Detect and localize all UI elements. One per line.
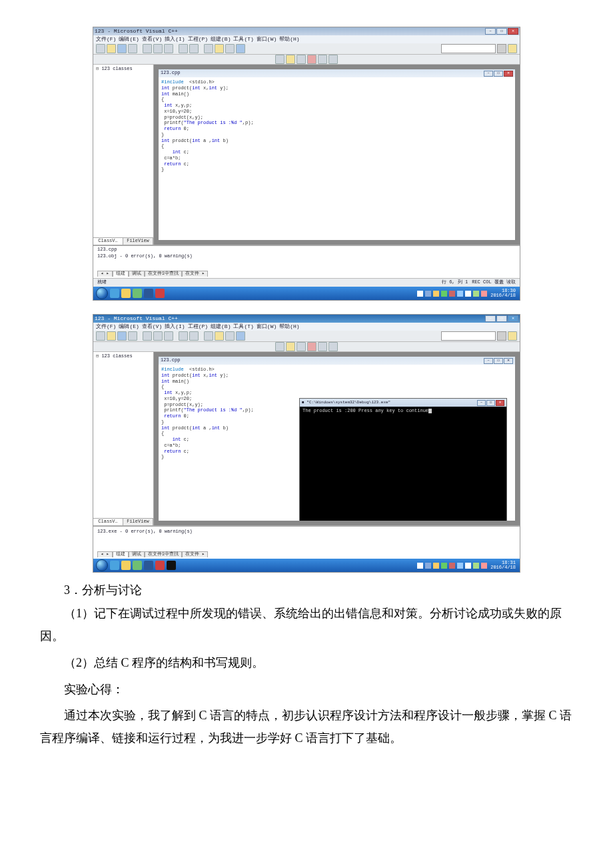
compile-icon[interactable] — [275, 55, 285, 64]
tab-build[interactable]: 组建 — [113, 551, 129, 557]
tab-fileview[interactable]: FileView — [123, 238, 153, 245]
help-icon[interactable] — [236, 44, 245, 53]
bookmark-icon[interactable] — [215, 331, 224, 341]
menu-window[interactable]: 窗口(W) — [257, 324, 277, 330]
find-icon[interactable] — [204, 44, 213, 53]
menu-edit[interactable]: 编辑(E) — [119, 37, 139, 43]
tab-classview[interactable]: ClassV… — [93, 238, 123, 245]
class-tree[interactable]: 123 classes — [93, 65, 153, 237]
taskbar-clock[interactable]: 18:30 2016/4/18 — [489, 289, 517, 298]
help-icon[interactable] — [236, 331, 245, 341]
settings-icon[interactable] — [225, 331, 235, 341]
save-icon[interactable] — [117, 331, 127, 341]
new-icon[interactable] — [96, 331, 105, 341]
tray-icon[interactable] — [465, 291, 471, 297]
build-icon[interactable] — [286, 342, 295, 351]
start-orb-icon[interactable] — [96, 287, 108, 299]
menu-edit[interactable]: 编辑(E) — [119, 324, 139, 330]
minimize-button[interactable]: – — [485, 28, 496, 35]
bookmark-icon[interactable] — [215, 44, 224, 53]
editor-close-icon[interactable]: ✕ — [504, 71, 513, 77]
menu-build[interactable]: 组建(B) — [211, 324, 231, 330]
tray-icon[interactable] — [433, 291, 439, 297]
tray-icon[interactable] — [457, 563, 463, 569]
task-console-icon[interactable] — [167, 561, 176, 570]
copy-icon[interactable] — [153, 44, 163, 53]
undo-icon[interactable] — [179, 44, 188, 53]
debug-icon[interactable] — [318, 342, 327, 351]
code-editor[interactable]: #include <stdio.h> int prodct(int x,int … — [159, 365, 515, 521]
paste-icon[interactable] — [164, 331, 173, 341]
tray-icon[interactable] — [441, 563, 447, 569]
tray-icon[interactable] — [425, 291, 431, 297]
task-app2-icon[interactable] — [155, 561, 165, 570]
config-dropdown[interactable] — [441, 44, 496, 53]
tray-icon[interactable] — [417, 563, 423, 569]
menu-tools[interactable]: 工具(T) — [233, 324, 253, 330]
tab-debug[interactable]: 调试 — [129, 551, 145, 557]
menu-project[interactable]: 工程(P) — [188, 37, 208, 43]
tab-find1[interactable]: 在文件1中查找 — [145, 271, 182, 277]
menu-view[interactable]: 查看(V) — [142, 324, 162, 330]
console-max-icon[interactable]: ☐ — [486, 400, 495, 406]
copy-icon[interactable] — [153, 331, 163, 341]
step-icon[interactable] — [328, 342, 338, 351]
dropdown-arrow-icon[interactable] — [497, 44, 506, 53]
close-button[interactable]: ✕ — [508, 28, 518, 35]
editor-close-icon[interactable]: ✕ — [504, 358, 513, 364]
tab-debug[interactable]: 调试 — [129, 271, 145, 277]
tray-icon[interactable] — [449, 563, 455, 569]
editor-max-icon[interactable]: ☐ — [494, 358, 503, 364]
close-button[interactable]: ✕ — [508, 315, 518, 322]
menu-help[interactable]: 帮助(H) — [279, 324, 299, 330]
paste-icon[interactable] — [164, 44, 173, 53]
tray-icon[interactable] — [433, 563, 439, 569]
class-tree[interactable]: 123 classes — [93, 352, 153, 518]
tray-icon[interactable] — [425, 563, 431, 569]
tab-find2[interactable]: 在文件 ▸ — [182, 551, 208, 557]
menu-file[interactable]: 文件(F) — [96, 37, 116, 43]
tray-icon[interactable] — [449, 291, 455, 297]
tree-root[interactable]: 123 classes — [96, 353, 133, 359]
menu-tools[interactable]: 工具(T) — [233, 37, 253, 43]
dropdown-arrow-icon[interactable] — [497, 331, 506, 341]
tray-icon[interactable] — [481, 291, 487, 297]
new-icon[interactable] — [96, 44, 105, 53]
console-min-icon[interactable]: – — [477, 400, 486, 406]
saveall-icon[interactable] — [128, 331, 137, 341]
menu-insert[interactable]: 插入(I) — [165, 324, 185, 330]
tray-icon[interactable] — [473, 563, 479, 569]
cut-icon[interactable] — [143, 44, 152, 53]
menu-insert[interactable]: 插入(I) — [165, 37, 185, 43]
maximize-button[interactable]: ☐ — [496, 28, 507, 35]
saveall-icon[interactable] — [128, 44, 137, 53]
tree-root[interactable]: 123 classes — [96, 66, 133, 71]
stop-icon[interactable] — [297, 342, 306, 351]
task-word-icon[interactable] — [144, 289, 153, 298]
undo-icon[interactable] — [179, 331, 188, 341]
menu-project[interactable]: 工程(P) — [188, 324, 208, 330]
editor-min-icon[interactable]: – — [484, 358, 493, 364]
debug-icon[interactable] — [318, 55, 327, 64]
task-explorer-icon[interactable] — [121, 289, 131, 298]
menu-help[interactable]: 帮助(H) — [279, 37, 299, 43]
tab-fileview[interactable]: FileView — [123, 519, 153, 525]
tab-find1[interactable]: 在文件1中查找 — [145, 551, 182, 557]
code-editor[interactable]: #include <stdio.h> int prodct(int x,int … — [159, 77, 515, 240]
menu-window[interactable]: 窗口(W) — [257, 37, 277, 43]
task-ie-icon[interactable] — [110, 561, 119, 570]
stop-icon[interactable] — [297, 55, 306, 64]
search-icon[interactable] — [508, 331, 517, 341]
tray-icon[interactable] — [473, 291, 479, 297]
menu-build[interactable]: 组建(B) — [211, 37, 231, 43]
run-icon[interactable] — [307, 55, 316, 64]
tray-icon[interactable] — [417, 291, 423, 297]
tray-icon[interactable] — [481, 563, 487, 569]
start-orb-icon[interactable] — [96, 559, 108, 571]
menu-file[interactable]: 文件(F) — [96, 324, 116, 330]
editor-max-icon[interactable]: ☐ — [494, 71, 503, 77]
find-icon[interactable] — [204, 331, 213, 341]
tab-build[interactable]: 组建 — [113, 271, 129, 277]
open-icon[interactable] — [107, 44, 116, 53]
task-explorer-icon[interactable] — [121, 561, 131, 570]
